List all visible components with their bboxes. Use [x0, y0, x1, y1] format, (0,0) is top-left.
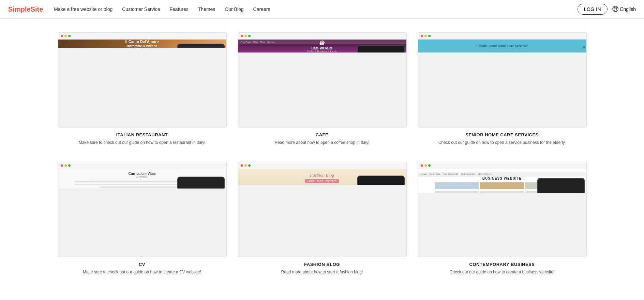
dot-yellow-fashion: [244, 164, 247, 167]
theme-title-cafe: CAFE: [316, 132, 328, 137]
theme-title-cv: CV: [139, 262, 145, 267]
browser-chrome-cafe: [238, 33, 406, 40]
theme-desc-business: Check out our guide on how to create a b…: [450, 269, 555, 275]
nav-themes[interactable]: Themes: [198, 6, 215, 12]
browser-chrome-business: [418, 162, 586, 169]
theme-desc-cv: Make sure to check out our guide on how …: [83, 269, 201, 275]
brand-logo[interactable]: SimpleSite: [8, 5, 43, 13]
browser-body-senior: Sonata Senior Home Care Services: [418, 40, 586, 52]
mock-fashion-title: Fashion Blog: [310, 172, 334, 178]
dot-yellow-cv: [64, 164, 67, 167]
browser-body-italian: Il Canto Del'Amore Ristorante & Pizzeria: [58, 40, 226, 48]
mock-fashion-nav: HOME BLOG CONTACT: [305, 179, 339, 183]
dot-green: [68, 35, 71, 37]
mock-cv-block3: [100, 186, 184, 188]
main-content: Il Canto Del'Amore Ristorante & Pizzeria…: [49, 19, 595, 289]
mock-italian: Il Canto Del'Amore Ristorante & Pizzeria: [58, 40, 226, 48]
theme-card-italian: Il Canto Del'Amore Ristorante & Pizzeria…: [58, 32, 227, 146]
mock-business-nav: HOME OUR TEAM OUR SERVICES OUR OFFICES G…: [418, 172, 586, 177]
nav-features[interactable]: Features: [170, 6, 189, 12]
theme-title-fashion: FASHION BLOG: [304, 262, 340, 267]
mock-senior: Sonata Senior Home Care Services: [418, 40, 586, 52]
dot-yellow-senior: [424, 35, 427, 37]
login-button[interactable]: LOG IN: [578, 4, 608, 15]
main-nav: SimpleSite Make a free website or blog C…: [0, 0, 644, 19]
dot-red-senior: [421, 35, 423, 37]
nav-blog[interactable]: Our Blog: [225, 6, 243, 12]
mock-senior-title: Sonata Senior Home Care Services: [421, 43, 583, 49]
dot-red-cv: [61, 164, 63, 167]
browser-chrome-cv: [58, 162, 226, 169]
mock-biz-text-2: [480, 191, 524, 193]
theme-preview-senior[interactable]: Sonata Senior Home Care Services: [418, 32, 587, 127]
theme-desc-italian: Make sure to check out our guide on how …: [79, 139, 206, 146]
dot-green-fashion: [248, 164, 251, 167]
browser-chrome: [58, 33, 226, 40]
mock-cv-sub: E. Winters: [136, 176, 147, 178]
theme-preview-cafe[interactable]: Front Page About Menu Contact ☕ Café Web…: [238, 32, 407, 127]
browser-body-business: HOME OUR TEAM OUR SERVICES OUR OFFICES G…: [418, 169, 586, 193]
mock-cv-title: Curriculum Vitae: [129, 172, 156, 176]
theme-desc-senior: Check out our guide on how to open a ser…: [438, 139, 566, 146]
globe-icon: [612, 6, 618, 13]
mock-biz-text-1: [435, 191, 479, 193]
theme-preview-italian[interactable]: Il Canto Del'Amore Ristorante & Pizzeria: [58, 32, 227, 127]
dot-green-cafe: [248, 35, 251, 37]
nav-customer-service[interactable]: Customer Service: [122, 6, 160, 12]
dot-green-senior: [428, 35, 431, 37]
mock-senior-header: Sonata Senior Home Care Services: [418, 40, 586, 52]
theme-card-cafe: Front Page About Menu Contact ☕ Café Web…: [238, 32, 407, 146]
theme-title-senior: SENIOR HOME CARE SERVICES: [465, 132, 539, 137]
nav-links: Make a free website or blog Customer Ser…: [54, 6, 577, 12]
browser-chrome-fashion: [238, 162, 406, 169]
mock-business-cell-2: [480, 182, 524, 189]
theme-card-business: HOME OUR TEAM OUR SERVICES OUR OFFICES G…: [418, 162, 587, 275]
mock-cafe-nav: Front Page About Menu Contact: [238, 40, 406, 44]
theme-card-fashion: Fashion Blog HOME BLOG CONTACT FASHION B…: [238, 162, 407, 275]
dot-red: [61, 35, 63, 37]
theme-card-senior: Sonata Senior Home Care Services SENIOR …: [418, 32, 587, 146]
device-overlay-italian: [177, 44, 224, 48]
dot-red-business: [421, 164, 423, 167]
theme-title-business: CONTEMPORARY BUSINESS: [469, 262, 535, 267]
device-overlay-cafe: [357, 45, 404, 52]
mock-cafe: Front Page About Menu Contact ☕ Café Web…: [238, 40, 406, 52]
dot-red-cafe: [241, 35, 243, 37]
device-overlay-fashion: [357, 176, 404, 185]
theme-preview-fashion[interactable]: Fashion Blog HOME BLOG CONTACT: [238, 162, 407, 257]
theme-preview-cv[interactable]: Curriculum Vitae E. Winters: [58, 162, 227, 257]
browser-chrome-senior: [418, 33, 586, 40]
theme-title-italian: ITALIAN RESTAURANT: [116, 132, 168, 137]
dot-yellow: [64, 35, 67, 37]
device-overlay-business: [537, 178, 584, 193]
nav-right: LOG IN English: [578, 4, 636, 15]
dot-green-business: [428, 164, 431, 167]
device-overlay-cv: [177, 177, 224, 189]
nav-careers[interactable]: Careers: [253, 6, 270, 12]
mock-business-cell-1: [435, 182, 479, 189]
dot-red-fashion: [241, 164, 243, 167]
device-overlay-senior: [583, 46, 585, 48]
browser-body-fashion: Fashion Blog HOME BLOG CONTACT: [238, 169, 406, 185]
theme-desc-fashion: Read more about how to start a fashion b…: [281, 269, 363, 275]
mock-business-title: BUSINESS WEBSITE: [482, 177, 522, 180]
mock-italian-subtitle: Ristorante & Pizzeria: [125, 44, 159, 48]
dot-green-cv: [68, 164, 71, 167]
dot-yellow-cafe: [244, 35, 247, 37]
browser-body-cafe: Front Page About Menu Contact ☕ Café Web…: [238, 40, 406, 52]
language-button[interactable]: English: [612, 6, 636, 13]
mock-italian-title: Il Canto Del'Amore: [125, 40, 159, 44]
mock-italian-text: Il Canto Del'Amore Ristorante & Pizzeria: [125, 40, 159, 48]
mock-cafe-sub: Coffee & Breakfast & Lunch: [307, 50, 336, 52]
themes-grid: Il Canto Del'Amore Ristorante & Pizzeria…: [58, 32, 587, 275]
mock-cafe-title: Café Website: [311, 46, 333, 50]
theme-desc-cafe: Read more about how to open a coffee sho…: [275, 139, 370, 146]
theme-card-cv: Curriculum Vitae E. Winters CV Make sure…: [58, 162, 227, 275]
theme-preview-business[interactable]: HOME OUR TEAM OUR SERVICES OUR OFFICES G…: [418, 162, 587, 257]
browser-body-cv: Curriculum Vitae E. Winters: [58, 169, 226, 189]
nav-make-free[interactable]: Make a free website or blog: [54, 6, 113, 12]
dot-yellow-business: [424, 164, 427, 167]
language-label: English: [620, 6, 636, 12]
